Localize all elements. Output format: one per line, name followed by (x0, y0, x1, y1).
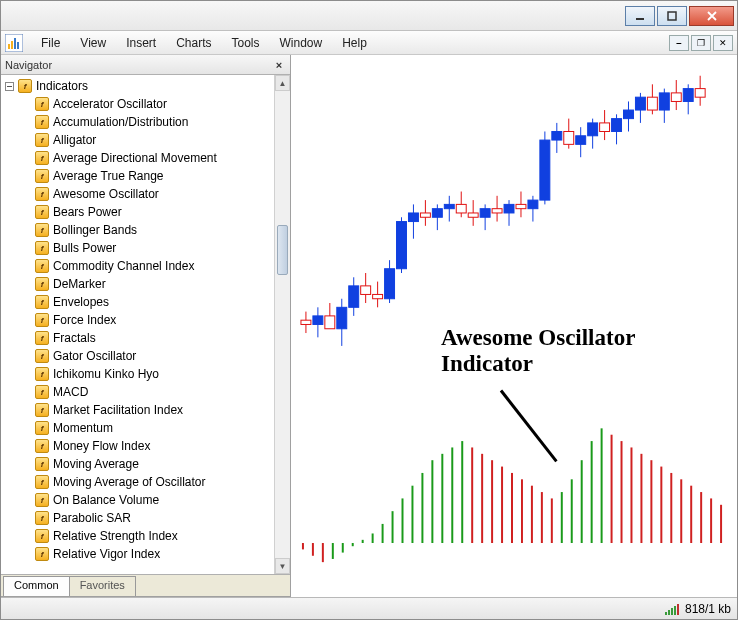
fx-icon: f (35, 493, 49, 507)
indicator-item[interactable]: fAlligator (5, 131, 290, 149)
indicator-item[interactable]: fMomentum (5, 419, 290, 437)
svg-rect-46 (528, 200, 538, 209)
status-kb: 818/1 kb (685, 602, 731, 616)
navigator-title: Navigator × (1, 55, 290, 75)
fx-icon: f (35, 385, 49, 399)
svg-rect-56 (588, 123, 598, 136)
menu-tools[interactable]: Tools (222, 33, 270, 53)
tree-root-label: Indicators (36, 79, 88, 93)
indicator-item[interactable]: fAccumulation/Distribution (5, 113, 290, 131)
indicator-label: On Balance Volume (53, 493, 159, 507)
fx-icon: f (35, 133, 49, 147)
indicator-item[interactable]: fBears Power (5, 203, 290, 221)
indicator-item[interactable]: fAverage True Range (5, 167, 290, 185)
menu-insert[interactable]: Insert (116, 33, 166, 53)
tree-root-indicators[interactable]: f Indicators (5, 77, 290, 95)
indicator-item[interactable]: fMACD (5, 383, 290, 401)
menu-window[interactable]: Window (270, 33, 333, 53)
mdi-restore-button[interactable]: ❐ (691, 35, 711, 51)
svg-rect-72 (683, 89, 693, 102)
fx-icon: f (35, 439, 49, 453)
indicator-item[interactable]: fAwesome Oscillator (5, 185, 290, 203)
app-icon (5, 34, 23, 52)
svg-rect-62 (624, 110, 634, 119)
indicator-item[interactable]: fRelative Strength Index (5, 527, 290, 545)
connection-icon (665, 603, 679, 615)
indicator-item[interactable]: fBulls Power (5, 239, 290, 257)
scroll-thumb[interactable] (277, 225, 288, 275)
menu-view[interactable]: View (70, 33, 116, 53)
tab-common[interactable]: Common (3, 576, 70, 596)
indicator-item[interactable]: fGator Oscillator (5, 347, 290, 365)
menu-charts[interactable]: Charts (166, 33, 221, 53)
navigator-tree[interactable]: f Indicators fAccelerator OscillatorfAcc… (1, 75, 290, 574)
svg-rect-26 (408, 213, 418, 222)
scrollbar-vertical[interactable]: ▲ ▼ (274, 75, 290, 574)
svg-rect-5 (14, 38, 16, 49)
window-close-button[interactable] (689, 6, 734, 26)
indicator-label: Ichikomu Kinko Hyo (53, 367, 159, 381)
navigator-close-button[interactable]: × (272, 58, 286, 72)
menu-file[interactable]: File (31, 33, 70, 53)
chart-area[interactable]: Awesome Oscillator Indicator (291, 55, 737, 597)
fx-icon: f (35, 457, 49, 471)
fx-icon: f (35, 421, 49, 435)
indicator-item[interactable]: fRelative Vigor Index (5, 545, 290, 563)
fx-icon: f (35, 529, 49, 543)
indicator-item[interactable]: fEnvelopes (5, 293, 290, 311)
mdi-close-button[interactable]: ✕ (713, 35, 733, 51)
fx-icon: f (35, 115, 49, 129)
svg-rect-6 (17, 42, 19, 49)
indicator-item[interactable]: fAccelerator Oscillator (5, 95, 290, 113)
indicator-label: Momentum (53, 421, 113, 435)
fx-icon: f (35, 475, 49, 489)
indicator-item[interactable]: fMoney Flow Index (5, 437, 290, 455)
fx-icon: f (35, 223, 49, 237)
scroll-down-button[interactable]: ▼ (275, 558, 290, 574)
indicator-label: MACD (53, 385, 88, 399)
svg-rect-64 (635, 97, 645, 110)
scroll-up-button[interactable]: ▲ (275, 75, 290, 91)
window-maximize-button[interactable] (657, 6, 687, 26)
indicator-label: Parabolic SAR (53, 511, 131, 525)
svg-rect-38 (480, 209, 490, 218)
indicator-label: Envelopes (53, 295, 109, 309)
indicator-item[interactable]: fMoving Average of Oscillator (5, 473, 290, 491)
indicator-label: Alligator (53, 133, 96, 147)
svg-rect-12 (325, 316, 335, 329)
collapse-icon[interactable] (5, 82, 14, 91)
annotation-label: Awesome Oscillator Indicator (441, 325, 635, 378)
indicator-label: DeMarker (53, 277, 106, 291)
svg-rect-60 (612, 119, 622, 132)
svg-rect-50 (552, 131, 562, 140)
indicator-item[interactable]: fForce Index (5, 311, 290, 329)
svg-rect-22 (385, 269, 395, 299)
indicator-item[interactable]: fOn Balance Volume (5, 491, 290, 509)
svg-rect-10 (313, 316, 323, 325)
svg-rect-14 (337, 307, 347, 328)
indicator-item[interactable]: fMarket Facilitation Index (5, 401, 290, 419)
svg-rect-28 (420, 213, 430, 217)
fx-icon: f (35, 187, 49, 201)
svg-rect-0 (636, 18, 644, 20)
svg-rect-52 (564, 131, 574, 144)
navigator-title-text: Navigator (5, 59, 52, 71)
mdi-minimize-button[interactable]: ‒ (669, 35, 689, 51)
indicator-item[interactable]: fAverage Directional Movement (5, 149, 290, 167)
indicator-item[interactable]: fDeMarker (5, 275, 290, 293)
indicator-label: Bears Power (53, 205, 122, 219)
svg-rect-66 (647, 97, 657, 110)
menu-help[interactable]: Help (332, 33, 377, 53)
indicator-item[interactable]: fFractals (5, 329, 290, 347)
svg-rect-68 (659, 93, 669, 110)
tab-favorites[interactable]: Favorites (69, 576, 136, 596)
window-minimize-button[interactable] (625, 6, 655, 26)
fx-icon: f (35, 313, 49, 327)
indicator-item[interactable]: fParabolic SAR (5, 509, 290, 527)
indicator-item[interactable]: fBollinger Bands (5, 221, 290, 239)
indicator-item[interactable]: fCommodity Channel Index (5, 257, 290, 275)
indicator-item[interactable]: fMoving Average (5, 455, 290, 473)
indicator-item[interactable]: fIchikomu Kinko Hyo (5, 365, 290, 383)
svg-rect-3 (8, 44, 10, 49)
svg-rect-44 (516, 204, 526, 208)
